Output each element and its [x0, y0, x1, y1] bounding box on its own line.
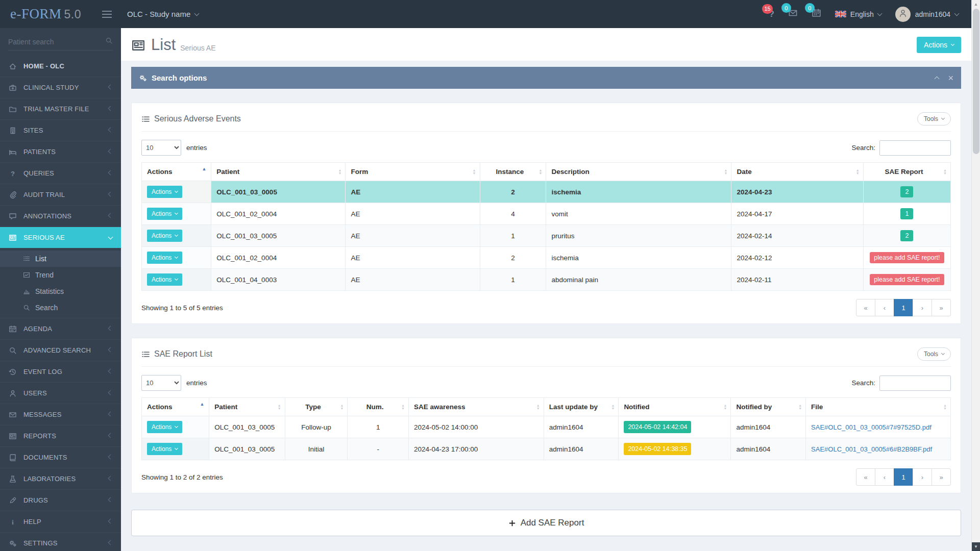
table-row[interactable]: Actions OLC_001_02_0004 AE 2 ischemia 20… [142, 247, 951, 269]
sort-icon: ▲▼ [539, 168, 543, 175]
sidebar-item-drugs[interactable]: DRUGS [0, 489, 121, 511]
sidebar-subitem-trend[interactable]: Trend [0, 267, 121, 283]
row-actions-button[interactable]: Actions [147, 443, 182, 455]
table-row[interactable]: Actions OLC_001_03_0005 AE 2 ischemia 20… [142, 181, 951, 203]
column-header-type[interactable]: Type ▲▼ [285, 398, 348, 416]
sidebar-item-documents[interactable]: DOCUMENTS [0, 446, 121, 468]
sidebar-item-messages[interactable]: MESSAGES [0, 404, 121, 425]
column-header-notified-by[interactable]: Notified by ▲▼ [731, 398, 806, 416]
column-header-actions[interactable]: Actions ▲ [142, 398, 209, 416]
sae-table-search-input[interactable] [879, 140, 951, 156]
column-header-patient[interactable]: Patient ▲▼ [209, 398, 285, 416]
sidebar-toggle-icon[interactable] [101, 9, 113, 20]
column-header-notified[interactable]: Notified ▲▼ [619, 398, 731, 416]
patient-cell: OLC_001_02_0004 [211, 203, 346, 225]
page-actions-button[interactable]: Actions [917, 37, 961, 53]
column-header-sae-awareness[interactable]: SAE awareness ▲▼ [408, 398, 544, 416]
column-header-num[interactable]: Num. ▲▼ [348, 398, 409, 416]
file-cell: SAE#OLC_001_03_0005#6#B2B9BF.pdf [806, 438, 951, 460]
patient-search-input[interactable] [8, 38, 105, 46]
sae-file-link[interactable]: SAE#OLC_001_03_0005#7#97525D.pdf [811, 423, 932, 431]
scroll-down-icon[interactable]: ▼ [972, 542, 980, 551]
column-header-description[interactable]: Description ▲▼ [546, 163, 731, 181]
table-row[interactable]: Actions OLC_001_04_0003 AE 1 abdominal p… [142, 269, 951, 291]
sidebar-item-clinical-study[interactable]: CLINICAL STUDY [0, 77, 121, 98]
page-last-button[interactable]: » [932, 299, 951, 316]
close-icon[interactable]: × [948, 73, 953, 83]
scrollbar-thumb[interactable] [973, 9, 979, 154]
sidebar-item-trial-master-file[interactable]: TRIAL MASTER FILE [0, 98, 121, 119]
tools-button[interactable]: Tools [917, 112, 951, 126]
page-head: List Serious AE Actions [121, 28, 971, 61]
description-cell: ischemia [546, 247, 731, 269]
messages-menu[interactable]: 0 [788, 8, 798, 20]
sae-report-table-search-input[interactable] [879, 375, 951, 391]
language-selector[interactable]: English [835, 10, 881, 18]
agenda-menu[interactable]: 0 [812, 8, 821, 20]
column-header-instance[interactable]: Instance ▲▼ [480, 163, 546, 181]
sidebar-item-event-log[interactable]: EVENT LOG [0, 361, 121, 382]
page-prev-button[interactable]: ‹ [875, 299, 894, 316]
sidebar-item-patients[interactable]: PATIENTS [0, 141, 121, 162]
user-menu[interactable]: admin1604 [895, 7, 959, 22]
row-actions-button[interactable]: Actions [147, 421, 182, 433]
table-row[interactable]: Actions OLC_001_03_0005 Follow-up 1 2024… [142, 416, 951, 438]
search-icon [9, 346, 17, 355]
column-header-actions[interactable]: Actions ▲ [142, 163, 211, 181]
tools-button[interactable]: Tools [917, 347, 951, 361]
page-next-button[interactable]: › [913, 468, 932, 486]
entries-select[interactable]: 10 [141, 375, 181, 391]
column-header-last-update-by[interactable]: Last update by ▲▼ [544, 398, 619, 416]
page-prev-button[interactable]: ‹ [875, 468, 894, 486]
sidebar-item-queries[interactable]: ? QUERIES [0, 162, 121, 184]
sidebar-item-sites[interactable]: SITES [0, 119, 121, 141]
page-last-button[interactable]: » [932, 468, 951, 486]
help-menu[interactable]: 15 ? [769, 9, 774, 19]
entries-select[interactable]: 10 [141, 140, 181, 156]
column-header-form[interactable]: Form ▲▼ [346, 163, 480, 181]
table-row[interactable]: Actions OLC_001_03_0005 AE 1 pruritus 20… [142, 225, 951, 247]
sidebar-subitem-statistics[interactable]: Statistics [0, 283, 121, 299]
study-selector[interactable]: OLC - Study name [127, 10, 199, 18]
sae-panel-title-text: Serious Adverse Events [154, 114, 241, 123]
page-number-button[interactable]: 1 [894, 468, 913, 486]
page-first-button[interactable]: « [856, 468, 875, 486]
sidebar-subitem-search[interactable]: Search [0, 299, 121, 316]
calendar-icon [9, 325, 17, 333]
row-actions-button[interactable]: Actions [147, 273, 182, 286]
sidebar-item-reports[interactable]: REPORTS [0, 425, 121, 446]
sidebar-item-laboratories[interactable]: LABORATORIES [0, 468, 121, 489]
sidebar-item-agenda[interactable]: AGENDA [0, 318, 121, 339]
page-number-button[interactable]: 1 [894, 299, 913, 316]
row-actions-button[interactable]: Actions [147, 230, 182, 242]
book-icon [9, 454, 17, 462]
row-actions-button[interactable]: Actions [147, 208, 182, 220]
sidebar-item-audit-trail[interactable]: AUDIT TRAIL [0, 184, 121, 205]
sidebar-item-home-olc[interactable]: HOME - OLC [0, 56, 121, 77]
collapse-icon[interactable] [935, 76, 939, 81]
sidebar-item-serious-ae[interactable]: SERIOUS AE [0, 227, 121, 248]
row-actions-button[interactable]: Actions [147, 186, 182, 198]
add-sae-report-button[interactable]: Add SAE Report [131, 510, 961, 536]
column-header-patient[interactable]: Patient ▲▼ [211, 163, 346, 181]
sidebar-item-help[interactable]: i HELP [0, 511, 121, 532]
page-first-button[interactable]: « [856, 299, 875, 316]
column-header-date[interactable]: Date ▲▼ [731, 163, 863, 181]
table-row[interactable]: Actions OLC_001_03_0005 Initial - 2024-0… [142, 438, 951, 460]
table-row[interactable]: Actions OLC_001_02_0004 AE 4 vomit 2024-… [142, 203, 951, 225]
page-next-button[interactable]: › [913, 299, 932, 316]
column-header-sae-report[interactable]: SAE Report ▲▼ [863, 163, 950, 181]
sidebar-item-users[interactable]: USERS [0, 382, 121, 404]
scrollbar[interactable]: ▲ ▼ [971, 0, 980, 551]
row-actions-button[interactable]: Actions [147, 252, 182, 264]
column-header-file[interactable]: File ▲▼ [806, 398, 951, 416]
sidebar-item-advanced-search[interactable]: ADVANCED SEARCH [0, 339, 121, 361]
sidebar-item-settings[interactable]: SETTINGS [0, 532, 121, 551]
sidebar-item-annotations[interactable]: ANNOTATIONS [0, 205, 121, 227]
sae-file-link[interactable]: SAE#OLC_001_03_0005#6#B2B9BF.pdf [811, 445, 932, 453]
study-selector-label: OLC - Study name [127, 10, 190, 18]
sidebar-subitem-list[interactable]: List [0, 251, 121, 267]
newspaper-icon [131, 38, 145, 53]
patient-cell: OLC_001_02_0004 [211, 247, 346, 269]
scroll-up-icon[interactable]: ▲ [972, 0, 980, 9]
